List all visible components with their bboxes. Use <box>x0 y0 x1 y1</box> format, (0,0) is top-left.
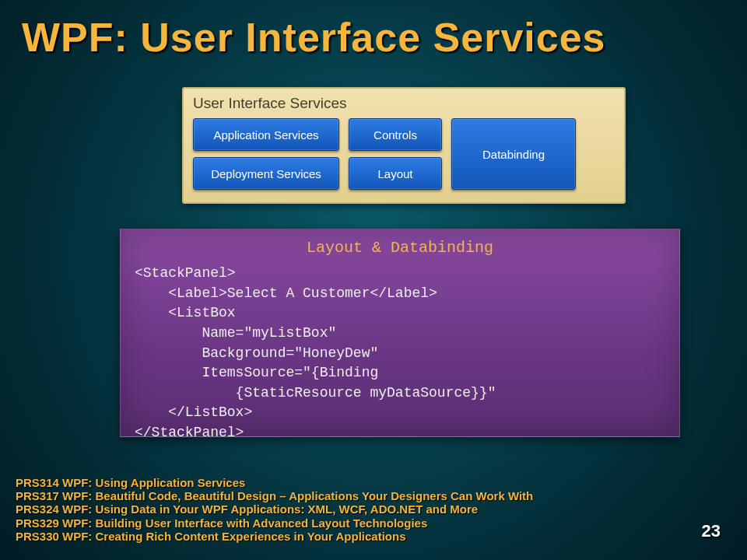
reference-item: PRS314 WPF: Using Application Services <box>16 476 533 489</box>
slide-title: WPF: User Interface Services <box>22 14 606 61</box>
panel-body: Application Services Deployment Services… <box>193 118 615 190</box>
tile-application-services: Application Services <box>193 118 339 151</box>
reference-list: PRS314 WPF: Using Application Services P… <box>16 476 533 543</box>
reference-item: PRS329 WPF: Building User Interface with… <box>16 516 533 530</box>
reference-item: PRS324 WPF: Using Data in Your WPF Appli… <box>16 502 533 516</box>
reference-item: PRS317 WPF: Beautiful Code, Beautiful De… <box>16 489 533 502</box>
tile-controls: Controls <box>349 118 442 151</box>
ui-services-panel: User Interface Services Application Serv… <box>182 87 626 204</box>
code-example-panel: Layout & Databinding <StackPanel> <Label… <box>120 229 680 437</box>
tile-layout: Layout <box>349 157 442 190</box>
tile-databinding: Databinding <box>451 118 576 190</box>
page-number: 23 <box>702 521 721 541</box>
panel-heading: User Interface Services <box>193 95 615 112</box>
code-heading: Layout & Databinding <box>135 237 665 259</box>
code-body: <StackPanel> <Label>Select A Customer</L… <box>135 264 665 443</box>
reference-item: PRS330 WPF: Creating Rich Content Experi… <box>16 530 533 543</box>
tile-deployment-services: Deployment Services <box>193 157 339 190</box>
